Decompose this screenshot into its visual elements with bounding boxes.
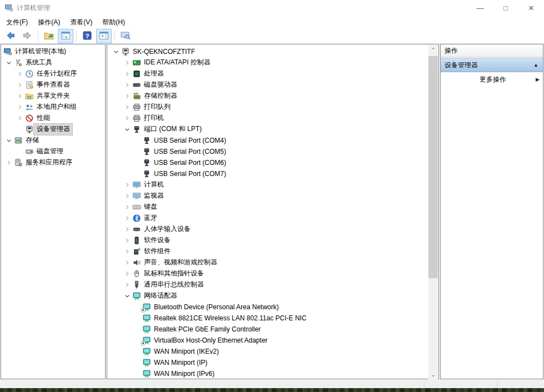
chevron-right-icon[interactable] xyxy=(14,114,25,123)
mouse-icon xyxy=(132,269,141,278)
more-actions-item[interactable]: 更多操作 ▶ xyxy=(441,72,543,87)
action-pane-toggle-button[interactable] xyxy=(96,29,112,43)
local-users-groups-icon xyxy=(25,103,34,112)
chevron-right-icon[interactable] xyxy=(122,236,132,245)
chevron-down-icon[interactable] xyxy=(122,292,132,300)
chevron-right-icon[interactable] xyxy=(3,158,14,167)
tree-item-bluetooth[interactable]: 蓝牙 xyxy=(107,213,428,224)
scrollbar-down-button[interactable]: ⌄ xyxy=(428,370,438,379)
menu-view[interactable]: 查看(V) xyxy=(65,16,97,29)
chevron-right-icon[interactable] xyxy=(14,92,25,100)
chevron-right-icon[interactable] xyxy=(122,114,132,123)
chevron-right-icon[interactable] xyxy=(14,69,25,78)
close-button[interactable]: ✕ xyxy=(518,0,544,16)
tree-item-hid-devices[interactable]: 人体学输入设备 xyxy=(107,224,428,235)
tree-item-software-devices[interactable]: 软件设备 xyxy=(107,235,428,246)
tree-item-mice-pointing[interactable]: 鼠标和其他指针设备 xyxy=(107,268,428,279)
tree-item-keyboards[interactable]: 键盘 xyxy=(107,202,428,213)
tree-item-label: 服务和应用程序 xyxy=(23,157,74,168)
network-adapter-icon xyxy=(142,358,151,367)
tree-item-realtek-wireless[interactable]: Realtek 8821CE Wireless LAN 802.11ac PCI… xyxy=(107,313,428,324)
chevron-down-icon[interactable] xyxy=(111,47,121,56)
chevron-right-icon[interactable] xyxy=(122,225,132,234)
chevron-right-icon[interactable] xyxy=(14,81,25,89)
tree-item-wan-ikev2[interactable]: WAN Miniport (IKEv2) xyxy=(107,346,428,357)
forward-button[interactable] xyxy=(19,29,35,43)
tree-item-disk-management[interactable]: 磁盘管理 xyxy=(1,146,105,157)
tree-item-wan-ip[interactable]: WAN Miniport (IP) xyxy=(107,357,428,368)
scan-hardware-button[interactable] xyxy=(118,29,133,43)
scrollbar-up-button[interactable]: ⌃ xyxy=(428,45,438,54)
chevron-right-icon[interactable] xyxy=(122,69,132,78)
chevron-right-icon[interactable] xyxy=(14,103,25,112)
tree-item-task-scheduler[interactable]: 任务计划程序 xyxy=(1,68,105,79)
back-button[interactable] xyxy=(3,29,18,43)
chevron-down-icon[interactable] xyxy=(3,136,14,145)
maximize-button[interactable]: □ xyxy=(493,0,518,16)
tree-item-shared-folders[interactable]: 共享文件夹 xyxy=(1,91,105,102)
scrollbar-thumb[interactable] xyxy=(428,56,438,278)
tree-item-local-users-groups[interactable]: 本地用户和组 xyxy=(1,102,105,113)
chevron-right-icon[interactable] xyxy=(122,258,132,267)
chevron-right-icon[interactable] xyxy=(122,58,132,67)
tree-item-performance[interactable]: 性能 xyxy=(1,113,105,124)
chevron-right-icon[interactable] xyxy=(122,192,132,200)
tree-item-print-queues[interactable]: 打印队列 xyxy=(107,102,428,113)
menu-bar: 文件(F)操作(A)查看(V)帮助(H) xyxy=(0,16,544,29)
tree-item-ports-com-lpt[interactable]: 端口 (COM 和 LPT) xyxy=(107,124,428,135)
chevron-right-icon[interactable] xyxy=(122,103,132,112)
tree-item-disk-drives[interactable]: 磁盘驱动器 xyxy=(107,79,428,91)
storage-icon xyxy=(14,136,23,145)
chevron-right-icon[interactable] xyxy=(122,269,132,278)
tree-item-usb-serial-com5[interactable]: USB Serial Port (COM5) xyxy=(107,146,428,157)
chevron-right-icon[interactable] xyxy=(122,247,132,256)
tree-item-storage[interactable]: 存储 xyxy=(1,135,105,146)
tree-item-network-adapters[interactable]: 网络适配器 xyxy=(107,290,428,301)
chevron-down-icon[interactable] xyxy=(122,125,132,134)
menu-action[interactable]: 操作(A) xyxy=(33,16,65,29)
tree-item-wan-ipv6[interactable]: WAN Miniport (IPv6) xyxy=(107,368,428,379)
tree-item-usb-controllers[interactable]: 通用串行总线控制器 xyxy=(107,279,428,290)
minimize-button[interactable]: — xyxy=(467,0,493,16)
tree-item-bt-pan[interactable]: Bluetooth Device (Personal Area Network) xyxy=(107,301,428,313)
menu-file[interactable]: 文件(F) xyxy=(1,16,33,29)
up-level-button[interactable] xyxy=(41,29,57,43)
tree-item-system-tools[interactable]: 系统工具 xyxy=(1,57,105,68)
tree-item-label: 端口 (COM 和 LPT) xyxy=(141,124,204,135)
chevron-right-icon[interactable] xyxy=(122,180,132,189)
tree-item-virtualbox-adapter[interactable]: VirtualBox Host-Only Ethernet Adapter xyxy=(107,335,428,346)
tree-item-services-applications[interactable]: 服务和应用程序 xyxy=(1,157,105,168)
collapse-arrow-icon[interactable]: ▲ xyxy=(533,62,538,68)
chevron-down-icon[interactable] xyxy=(3,58,14,67)
tree-item-root-computer[interactable]: SK-QEKNCOFZTITF xyxy=(107,46,428,57)
tree-item-computers[interactable]: 计算机 xyxy=(107,179,428,190)
chevron-right-icon[interactable] xyxy=(122,92,132,100)
tree-item-event-viewer[interactable]: 事件查看器 xyxy=(1,79,105,91)
serial-port-icon xyxy=(142,158,151,167)
tree-item-usb-serial-com6[interactable]: USB Serial Port (COM6) xyxy=(107,157,428,168)
tree-item-processors[interactable]: 处理器 xyxy=(107,68,428,79)
vertical-scrollbar[interactable]: ⌃ ⌄ xyxy=(428,45,438,379)
tree-item-usb-serial-com7[interactable]: USB Serial Port (COM7) xyxy=(107,168,428,179)
chevron-right-icon[interactable] xyxy=(122,214,132,223)
tree-item-monitors[interactable]: 监视器 xyxy=(107,190,428,202)
tree-item-realtek-gbe[interactable]: Realtek PCIe GbE Family Controller xyxy=(107,324,428,335)
tree-item-device-manager[interactable]: 设备管理器 xyxy=(1,124,105,135)
processor-icon xyxy=(132,69,141,78)
tree-item-software-components[interactable]: 软件组件 xyxy=(107,246,428,257)
tree-item-computer-management-root[interactable]: 计算机管理(本地) xyxy=(1,46,105,57)
audio-icon xyxy=(132,258,141,267)
menu-help[interactable]: 帮助(H) xyxy=(97,16,130,29)
chevron-right-icon[interactable] xyxy=(122,280,132,289)
actions-section-device-manager[interactable]: 设备管理器 ▲ xyxy=(441,58,543,72)
tree-item-sound-controllers[interactable]: 声音、视频和游戏控制器 xyxy=(107,257,428,268)
tree-item-storage-controllers[interactable]: 存储控制器 xyxy=(107,91,428,102)
action-pane-icon xyxy=(98,30,109,43)
console-tree-toggle-button[interactable] xyxy=(58,29,73,43)
tree-item-printers[interactable]: 打印机 xyxy=(107,113,428,124)
tree-item-usb-serial-com4[interactable]: USB Serial Port (COM4) xyxy=(107,135,428,146)
tree-item-ide-controllers[interactable]: IDE ATA/ATAPI 控制器 xyxy=(107,57,428,68)
chevron-right-icon[interactable] xyxy=(122,203,132,212)
chevron-right-icon[interactable] xyxy=(122,81,132,89)
help-button[interactable]: ? xyxy=(79,29,95,43)
